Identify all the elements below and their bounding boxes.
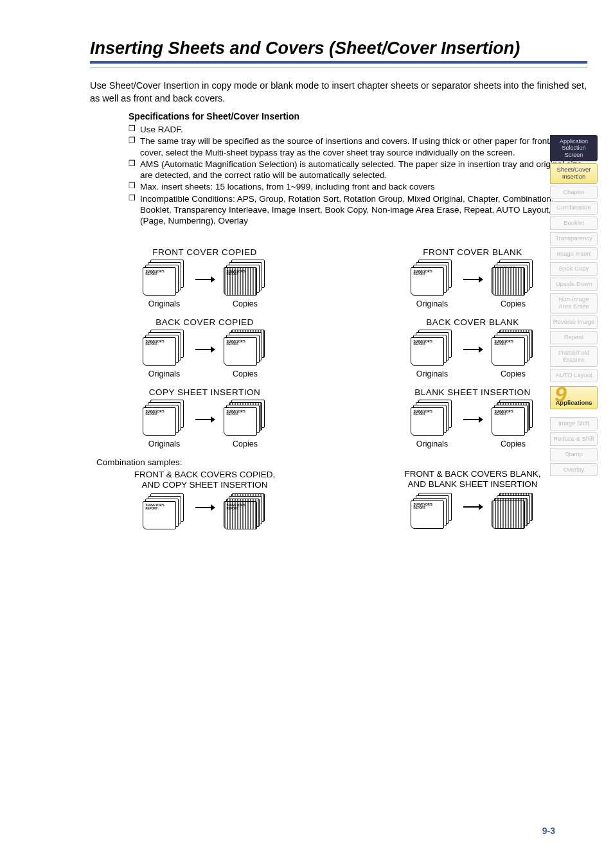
diagram-title: FRONT COVER BLANK — [423, 247, 522, 257]
copies-stack: SURVEYOR'S REPORT — [490, 400, 537, 437]
originals-stack: SURVEYOR'S REPORT — [409, 400, 456, 437]
arrow-icon — [463, 279, 483, 280]
sidebar-tab[interactable]: Combination — [550, 201, 598, 215]
copies-stack: SURVEYOR'S REPORT — [222, 260, 269, 297]
combo-samples-label: Combination samples: — [96, 457, 182, 467]
spec-item: Max. insert sheets: 15 locations, from 1… — [129, 181, 587, 192]
sidebar-tab[interactable]: Transparency — [550, 232, 598, 245]
originals-stack: SURVEYOR'S REPORT — [141, 493, 188, 531]
page-number: 9-3 — [542, 826, 555, 836]
sidebar-tab[interactable]: Image Insert — [550, 247, 598, 261]
copies-label: Copies — [501, 299, 526, 308]
copies-stack: SURVEYOR'S REPORT — [222, 330, 269, 367]
sidebar-tab[interactable]: AUTO Layout — [550, 369, 598, 382]
sidebar-tab[interactable]: Stamp — [550, 448, 598, 461]
originals-stack: SURVEYOR'S REPORT — [141, 260, 188, 297]
arrow-icon — [195, 419, 215, 420]
section-9-tab[interactable]: 9Applications — [550, 386, 598, 409]
diagram-title: BACK COVER COPIED — [155, 317, 254, 327]
originals-label: Originals — [416, 439, 448, 448]
copies-label: Copies — [233, 299, 258, 308]
sidebar-tab[interactable]: Image Shift — [550, 417, 598, 430]
diagram-title: BACK COVER BLANK — [426, 317, 519, 327]
sidebar-tab[interactable]: Sheet/Cover Insertion — [550, 163, 598, 184]
title-rule — [90, 61, 587, 64]
sidebar-tab[interactable]: Book Copy — [550, 262, 598, 276]
copies-stack: SURVEYOR'S REPORT — [490, 260, 537, 297]
originals-label: Originals — [148, 299, 180, 308]
copies-label: Copies — [233, 439, 258, 448]
arrow-icon — [463, 506, 483, 508]
copies-stack: SURVEYOR'S REPORT — [222, 493, 269, 531]
arrow-icon — [195, 279, 215, 280]
sidebar-tab[interactable]: Overlay — [550, 463, 598, 477]
originals-label: Originals — [148, 439, 180, 448]
sidebar-tab[interactable]: Reverse Image — [550, 315, 598, 329]
specs-list: Use RADF. The same tray will be specifie… — [129, 124, 587, 226]
intro-text: Use Sheet/Cover Insertion in copy mode o… — [90, 80, 587, 105]
copies-label: Copies — [233, 369, 258, 378]
arrow-icon — [463, 419, 483, 420]
originals-stack: SURVEYOR'S REPORT — [409, 493, 456, 530]
title-subrule — [90, 67, 587, 68]
spec-item: Use RADF. — [129, 124, 587, 135]
combo-title: FRONT & BACK COVERS BLANK, AND BLANK SHE… — [404, 469, 540, 491]
originals-stack: SURVEYOR'S REPORT — [141, 330, 188, 367]
spec-item: The same tray will be specified as the s… — [129, 136, 587, 158]
sidebar-tab[interactable]: Repeat — [550, 331, 598, 344]
specs-heading: Specifications for Sheet/Cover Insertion — [129, 111, 587, 121]
originals-label: Originals — [416, 369, 448, 378]
spec-item: Incompatible Conditions: APS, Group, Rot… — [129, 193, 587, 227]
diagram-title: FRONT COVER COPIED — [152, 247, 257, 257]
page-title: Inserting Sheets and Covers (Sheet/Cover… — [90, 39, 587, 58]
sidebar-tab[interactable]: Reduce & Shift — [550, 432, 598, 446]
copies-stack — [490, 493, 537, 530]
originals-label: Originals — [416, 299, 448, 308]
diagram-title: COPY SHEET INSERTION — [149, 387, 261, 397]
originals-stack: SURVEYOR'S REPORT — [409, 260, 456, 297]
arrow-icon — [463, 349, 483, 350]
spec-item: AMS (Automatic Magnification Selection) … — [129, 159, 587, 181]
section-label: Applications — [551, 399, 597, 406]
copies-stack: SURVEYOR'S REPORT — [222, 400, 269, 437]
copies-label: Copies — [501, 369, 526, 378]
originals-stack: SURVEYOR'S REPORT — [141, 400, 188, 437]
sidebar-tab[interactable]: Application Selection Screen — [550, 135, 598, 161]
arrow-icon — [195, 349, 215, 350]
sidebar-tab[interactable]: Frame/Fold Erasure — [550, 346, 598, 367]
copies-stack: SURVEYOR'S REPORT — [490, 330, 537, 367]
sidebar-tab[interactable]: Non-Image Area Erase — [550, 293, 598, 314]
copies-label: Copies — [501, 439, 526, 448]
diagram-title: BLANK SHEET INSERTION — [414, 387, 530, 397]
originals-label: Originals — [148, 369, 180, 378]
arrow-icon — [195, 507, 215, 508]
diagram-area: FRONT COVER COPIED SURVEYOR'S REPORT Ori… — [90, 242, 587, 533]
combo-title: FRONT & BACK COVERS COPIED, AND COPY SHE… — [134, 470, 276, 492]
sidebar-tabs: Application Selection ScreenSheet/Cover … — [550, 135, 598, 476]
sidebar-tab[interactable]: Upside Down — [550, 278, 598, 291]
sidebar-tab[interactable]: Booklet — [550, 217, 598, 230]
originals-stack: SURVEYOR'S REPORT — [409, 330, 456, 367]
sidebar-tab[interactable]: Chapter — [550, 186, 598, 199]
